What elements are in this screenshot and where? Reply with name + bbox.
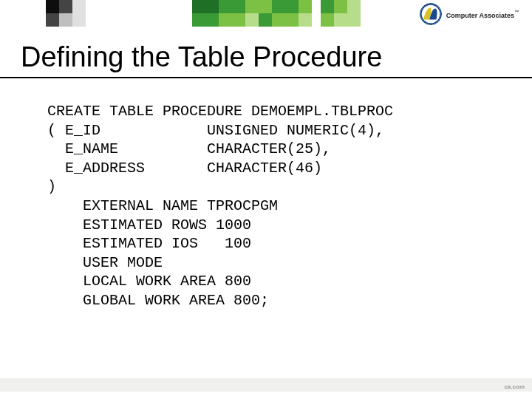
deco-square [59,0,72,13]
deco-square [321,0,334,13]
deco-square [192,0,205,13]
ca-logo-icon [420,3,442,25]
footer-link-text: ca.com [504,383,525,390]
deco-square [245,0,259,13]
deco-square [334,13,347,27]
deco-square [299,13,312,27]
trademark: ™ [514,10,519,14]
deco-square [46,13,59,27]
deco-square [205,0,219,13]
deco-square [347,13,361,27]
deco-square [72,13,86,27]
code-block: CREATE TABLE PROCEDURE DEMOEMPL.TBLPROC … [47,102,488,310]
deco-square [285,0,299,13]
page-title: Defining the Table Procedure [21,41,382,73]
deco-square [232,13,245,27]
title-underline [0,77,532,78]
deco-square [72,0,86,13]
deco-square [259,0,272,13]
deco-square [219,0,232,13]
deco-square [285,13,299,27]
deco-square [232,0,245,13]
brand-name-text: Computer Associates [446,12,514,19]
deco-square [347,0,361,13]
deco-square [59,13,72,27]
deco-square [272,0,285,13]
brand-name: Computer Associates™ [446,7,519,21]
deco-square [299,0,312,13]
footer-band [0,378,532,392]
slide: Computer Associates™ Defining the Table … [0,0,532,399]
deco-square [219,13,232,27]
deco-square [46,0,59,13]
deco-square [205,13,219,27]
deco-square [321,13,334,27]
deco-square [245,13,259,27]
deco-square [272,13,285,27]
deco-square [334,0,347,13]
deco-square [192,13,205,27]
deco-square [259,13,272,27]
brand-logo: Computer Associates™ [420,3,519,25]
